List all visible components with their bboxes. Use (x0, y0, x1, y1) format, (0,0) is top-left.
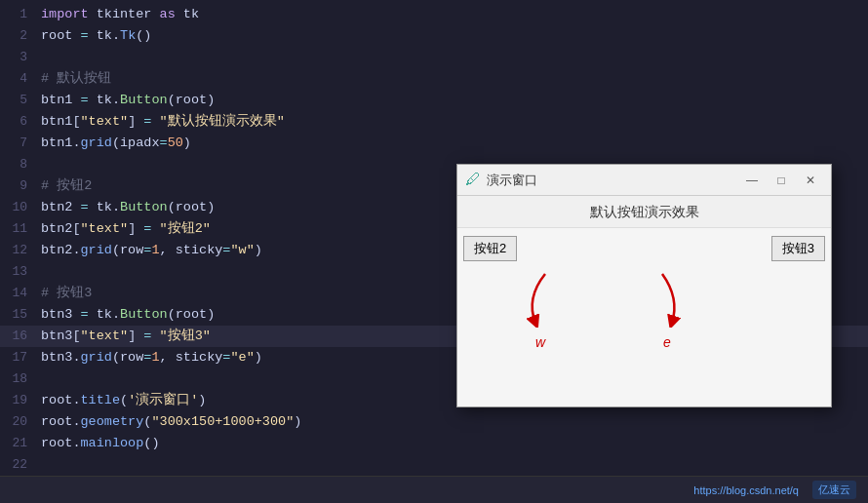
bottom-bar: https://blog.csdn.net/q 亿速云 (0, 476, 868, 503)
line-number-2: 2 (0, 25, 41, 47)
line-number-18: 18 (0, 368, 41, 390)
line-number-15: 15 (0, 304, 41, 326)
code-line-2: 2root = tk.Tk() (0, 25, 868, 47)
line-number-19: 19 (0, 390, 41, 411)
minimize-button[interactable]: — (739, 171, 765, 190)
line-number-4: 4 (0, 68, 41, 90)
code-line-22: 22 (0, 454, 868, 476)
demo-content: 默认按钮演示效果 按钮2 按钮3 w (457, 196, 831, 406)
arrow-w: w (516, 269, 565, 350)
arrow-e-svg (643, 269, 691, 328)
arrow-w-label: w (516, 334, 565, 350)
line-number-9: 9 (0, 175, 41, 197)
line-content-20: root.geometry("300x150+1000+300") (41, 411, 868, 433)
code-line-5: 5btn1 = tk.Button(root) (0, 90, 868, 111)
demo-title-icon: 🖊 (465, 171, 481, 189)
code-line-21: 21root.mainloop() (0, 433, 868, 454)
demo-top-label: 默认按钮演示效果 (457, 196, 831, 228)
line-content-21: root.mainloop() (41, 433, 868, 454)
code-line-1: 1import tkinter as tk (0, 4, 868, 25)
close-button[interactable]: ✕ (798, 171, 823, 190)
line-number-20: 20 (0, 411, 41, 433)
line-number-22: 22 (0, 454, 41, 476)
code-line-20: 20root.geometry("300x150+1000+300") (0, 411, 868, 433)
line-number-14: 14 (0, 283, 41, 304)
code-line-6: 6btn1["text"] = "默认按钮演示效果" (0, 111, 868, 133)
code-line-4: 4# 默认按钮 (0, 68, 868, 90)
demo-win-controls: — □ ✕ (739, 171, 823, 190)
arrow-e-label: e (643, 334, 691, 350)
bottom-url: https://blog.csdn.net/q (693, 484, 799, 496)
demo-title-text: 演示窗口 (487, 172, 739, 189)
line-number-17: 17 (0, 347, 41, 368)
line-number-8: 8 (0, 154, 41, 175)
line-number-21: 21 (0, 433, 41, 454)
line-number-6: 6 (0, 111, 41, 133)
code-line-3: 3 (0, 47, 868, 68)
btn3[interactable]: 按钮3 (771, 236, 825, 261)
maximize-button[interactable]: □ (769, 171, 794, 190)
line-number-10: 10 (0, 197, 41, 218)
line-content-7: btn1.grid(ipadx=50) (41, 133, 868, 154)
line-content-2: root = tk.Tk() (41, 25, 868, 47)
arrow-w-svg (516, 269, 565, 328)
line-number-7: 7 (0, 133, 41, 154)
demo-buttons-row: 按钮2 按钮3 (457, 228, 831, 269)
bottom-badge: 亿速云 (812, 481, 856, 499)
arrows-area: w e (457, 269, 831, 367)
code-line-7: 7btn1.grid(ipadx=50) (0, 133, 868, 154)
demo-titlebar: 🖊 演示窗口 — □ ✕ (457, 165, 831, 196)
line-content-4: # 默认按钮 (41, 68, 868, 90)
line-content-5: btn1 = tk.Button(root) (41, 90, 868, 111)
line-number-12: 12 (0, 240, 41, 261)
arrow-e: e (643, 269, 691, 350)
line-number-13: 13 (0, 261, 41, 283)
line-content-6: btn1["text"] = "默认按钮演示效果" (41, 111, 868, 133)
line-number-11: 11 (0, 218, 41, 240)
line-content-1: import tkinter as tk (41, 4, 868, 25)
line-number-16: 16 (0, 326, 41, 347)
line-number-5: 5 (0, 90, 41, 111)
line-number-1: 1 (0, 4, 41, 25)
demo-window: 🖊 演示窗口 — □ ✕ 默认按钮演示效果 按钮2 按钮3 (456, 164, 832, 407)
btn2[interactable]: 按钮2 (463, 236, 517, 261)
line-number-3: 3 (0, 47, 41, 68)
